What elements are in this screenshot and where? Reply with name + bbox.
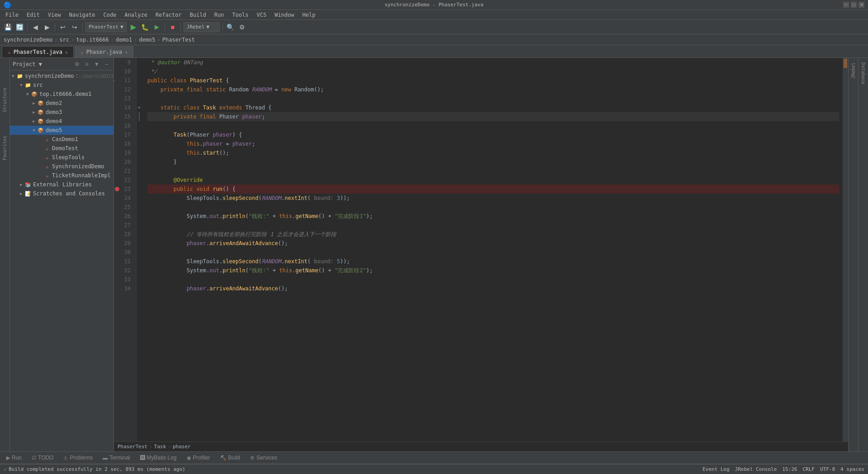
tree-item-root[interactable]: ▼ 📁 synchronizeDemo C:\Users\30315\Dow..… bbox=[10, 71, 113, 81]
tree-item-demotest[interactable]: ▶ ☕ DemoTest bbox=[10, 144, 113, 153]
bottom-tab-profiler[interactable]: ◉ Profiler bbox=[182, 452, 215, 463]
sidebar-filter-btn[interactable]: ▼ bbox=[93, 60, 101, 68]
bottom-tab-todo[interactable]: ☑ TODO bbox=[27, 452, 58, 463]
window-controls[interactable]: ─ □ ✕ bbox=[843, 2, 864, 8]
tree-item-extlibs[interactable]: ▶ 📚 External Libraries bbox=[10, 180, 113, 189]
tree-item-ticketrunnable[interactable]: ▶ ☕ TicketRunnableImpl bbox=[10, 171, 113, 180]
code-line-21 bbox=[147, 166, 839, 175]
database-sidebar-label[interactable]: Database bbox=[860, 60, 867, 87]
menu-analyze[interactable]: Analyze bbox=[121, 11, 151, 19]
breadcrumb-phaser[interactable]: phaser bbox=[173, 444, 191, 450]
bottom-tabs-bar: ▶ Run ☑ TODO ⚠ Problems ▬ Terminal 🅼 MyB… bbox=[0, 451, 868, 464]
line-num-22: 22 bbox=[118, 175, 132, 185]
jrebel-dropdown[interactable]: JRebel ▼ bbox=[184, 22, 220, 32]
menu-navigate[interactable]: Navigate bbox=[66, 11, 99, 19]
nav-phasertest[interactable]: PhaserTest bbox=[162, 37, 195, 43]
search-btn[interactable]: 🔍 bbox=[226, 22, 236, 32]
tree-item-casdemo1[interactable]: ▶ ☕ CasDemo1 bbox=[10, 135, 113, 144]
title-bar-left: 🔵 bbox=[4, 1, 11, 9]
bottom-tab-terminal[interactable]: ▬ Terminal bbox=[98, 452, 134, 463]
sidebar-collapse-btn[interactable]: – bbox=[103, 60, 111, 68]
breadcrumb-bar: PhaserTest › Task › phaser bbox=[114, 441, 848, 451]
tree-item-demo4[interactable]: ▶ 📦 demo4 bbox=[10, 117, 113, 126]
run-tab-label: Run bbox=[12, 455, 22, 461]
nav-demo1[interactable]: demo1 bbox=[116, 37, 132, 43]
tree-item-src[interactable]: ▼ 📁 src bbox=[10, 81, 113, 90]
menu-edit[interactable]: Edit bbox=[23, 11, 43, 19]
sidebar-layout-btn[interactable]: ≡ bbox=[83, 60, 91, 68]
maximize-button[interactable]: □ bbox=[851, 2, 857, 8]
tree-item-demo5[interactable]: ▼ 📦 demo5 bbox=[10, 126, 113, 135]
jrebel-sidebar-label[interactable]: JRebel bbox=[850, 60, 857, 81]
bottom-tab-build[interactable]: 🔨 Build bbox=[216, 452, 245, 463]
toolbar-sync-btn[interactable]: 🔄 bbox=[14, 22, 24, 32]
coverage-button[interactable]: ▶ bbox=[152, 22, 162, 32]
tab-phasertest[interactable]: ☕ PhaserTest.java ✕ bbox=[2, 46, 74, 57]
settings-btn[interactable]: ⚙ bbox=[237, 22, 247, 32]
code-container[interactable]: 9 10 ▶ 11 12 13 14 15 16 17 18 19 20 21 … bbox=[114, 58, 848, 441]
toolbar-redo-btn[interactable]: ↪ bbox=[70, 22, 80, 32]
menu-run[interactable]: Run bbox=[211, 11, 228, 19]
tab-close-phasertest[interactable]: ✕ bbox=[65, 50, 68, 55]
structure-tab-label[interactable]: Structure bbox=[1, 85, 8, 115]
status-position[interactable]: 15:26 bbox=[782, 466, 797, 472]
code-editor[interactable]: * @author BNTang */ public class PhaserT… bbox=[144, 58, 843, 441]
code-line-9: * @author BNTang bbox=[147, 58, 839, 67]
bottom-tab-problems[interactable]: ⚠ Problems bbox=[59, 452, 97, 463]
tree-item-package[interactable]: ▼ 📦 top.it6666.demo1 bbox=[10, 90, 113, 99]
tree-item-demo3[interactable]: ▶ 📦 demo3 bbox=[10, 108, 113, 117]
code-line-11: public class PhaserTest { bbox=[147, 76, 839, 85]
line-num-34: 34 bbox=[118, 284, 132, 293]
menu-file[interactable]: File bbox=[2, 11, 22, 19]
debug-icon: 🐛 bbox=[141, 24, 149, 31]
menu-view[interactable]: View bbox=[44, 11, 65, 19]
menu-build[interactable]: Build bbox=[186, 11, 210, 19]
nav-project[interactable]: synchronizeDemo bbox=[4, 37, 52, 43]
nav-package[interactable]: top.it6666 bbox=[76, 37, 109, 43]
tree-item-scratches[interactable]: ▶ 📝 Scratches and Consoles bbox=[10, 189, 113, 198]
run-button[interactable]: ▶ bbox=[128, 22, 138, 32]
menu-code[interactable]: Code bbox=[100, 11, 120, 19]
stop-button[interactable]: ■ bbox=[168, 22, 178, 32]
menu-vcs[interactable]: VCS bbox=[253, 11, 270, 19]
minimize-button[interactable]: ─ bbox=[843, 2, 849, 8]
toolbar-back-btn[interactable]: ◀ bbox=[30, 22, 40, 32]
run-config-dropdown[interactable]: PhaserTest ▼ bbox=[85, 22, 127, 32]
breadcrumb-phasertest[interactable]: PhaserTest bbox=[118, 444, 147, 450]
tree-item-demo2[interactable]: ▶ 📦 demo2 bbox=[10, 99, 113, 108]
tree-arrow-demo4: ▶ bbox=[31, 118, 37, 124]
close-button[interactable]: ✕ bbox=[859, 2, 864, 8]
tab-close-phaser[interactable]: ✕ bbox=[125, 50, 127, 55]
breadcrumb-task[interactable]: Task bbox=[154, 444, 166, 450]
toolbar-undo-btn[interactable]: ↩ bbox=[58, 22, 68, 32]
status-event-log[interactable]: Event Log bbox=[703, 466, 730, 472]
favorites-tab-label[interactable]: Favorites bbox=[1, 133, 8, 163]
status-indent[interactable]: 4 spaces bbox=[840, 466, 864, 472]
status-right: Event Log JRebel Console 15:26 CRLF UTF-… bbox=[703, 466, 864, 472]
menu-help[interactable]: Help bbox=[299, 11, 319, 19]
status-encoding[interactable]: UTF-8 bbox=[820, 466, 835, 472]
tree-item-synchronizeddemo[interactable]: ▶ ☕ SynchronizedDemo bbox=[10, 162, 113, 171]
tree-item-sleeptools[interactable]: ▶ ☕ SleepTools bbox=[10, 153, 113, 162]
menu-refactor[interactable]: Refactor bbox=[152, 11, 185, 19]
nav-src[interactable]: src bbox=[60, 37, 70, 43]
code-line-10: */ bbox=[147, 67, 839, 76]
code-line-22: @Override bbox=[147, 175, 839, 185]
line-num-23: 23 bbox=[118, 185, 132, 194]
toolbar-forward-btn[interactable]: ▶ bbox=[42, 22, 52, 32]
fold-marker-14[interactable]: ▼ bbox=[137, 103, 142, 112]
bread-sep-2: › bbox=[168, 444, 171, 450]
code-line-25 bbox=[147, 203, 839, 212]
bottom-tab-services[interactable]: ⚙ Services bbox=[245, 452, 282, 463]
menu-window[interactable]: Window bbox=[271, 11, 297, 19]
debug-button[interactable]: 🐛 bbox=[140, 22, 150, 32]
toolbar-save-btn[interactable]: 💾 bbox=[3, 22, 13, 32]
bottom-tab-run[interactable]: ▶ Run bbox=[2, 452, 26, 463]
jrebel-console-label[interactable]: JRebel Console bbox=[735, 466, 777, 472]
sidebar-settings-btn[interactable]: ⚙ bbox=[73, 60, 81, 68]
tab-phaser[interactable]: ☕ Phaser.java ✕ bbox=[75, 46, 133, 57]
bottom-tab-mybatis[interactable]: 🅼 MyBatis Log bbox=[136, 452, 181, 463]
menu-tools[interactable]: Tools bbox=[229, 11, 252, 19]
nav-demo5[interactable]: demo5 bbox=[139, 37, 155, 43]
status-line-sep[interactable]: CRLF bbox=[802, 466, 815, 472]
